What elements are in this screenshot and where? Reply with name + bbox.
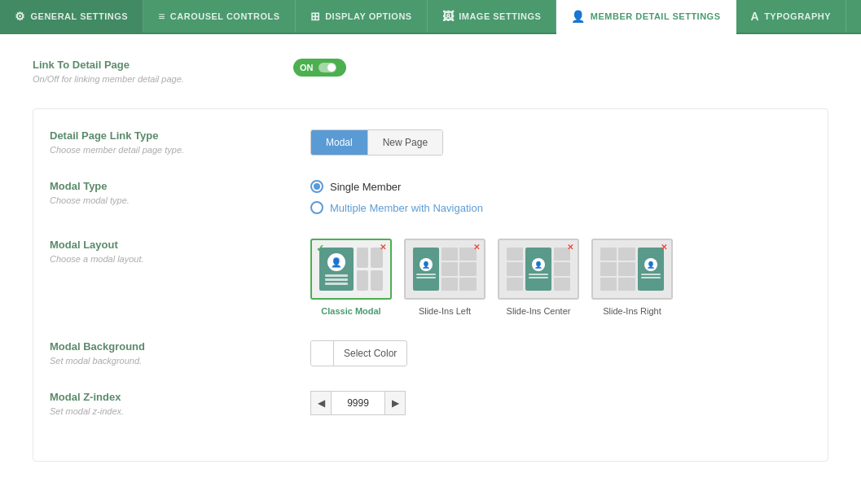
carousel-icon: ≡ bbox=[158, 10, 165, 23]
z-index-decrement-button[interactable]: ◀ bbox=[310, 391, 332, 415]
modal-type-label: Modal Type bbox=[50, 180, 310, 192]
typography-icon: A bbox=[751, 10, 760, 23]
modal-background-btn-label: Select Color bbox=[334, 344, 406, 363]
modal-layout-group: 👤 bbox=[310, 239, 673, 316]
modal-background-color-btn[interactable]: Select Color bbox=[310, 340, 407, 366]
modal-background-label: Modal Background bbox=[50, 340, 310, 353]
slide-left-panel: 👤 bbox=[413, 248, 439, 290]
modal-card-img-slide-right: 👤 ✕ bbox=[591, 239, 673, 300]
classic-grid bbox=[357, 248, 383, 290]
modal-z-index-row: Modal Z-index Set modal z-index. ◀ ▶ bbox=[50, 391, 811, 416]
classic-modal-inner: 👤 bbox=[316, 244, 386, 293]
modal-card-slide-center[interactable]: 👤 bbox=[498, 239, 579, 316]
modal-z-index-label-col: Modal Z-index Set modal z-index. bbox=[50, 391, 310, 416]
page-link-type-group: Modal New Page bbox=[310, 129, 443, 156]
slide-left-lines bbox=[416, 274, 436, 280]
slide-center-avatar: 👤 bbox=[532, 258, 545, 271]
tab-carousel[interactable]: ≡ CAROUSEL CONTROLS bbox=[143, 0, 295, 33]
modal-type-row: Modal Type Choose modal type. Single Mem… bbox=[50, 180, 811, 214]
tab-typography[interactable]: A TYPOGRAPHY bbox=[736, 0, 847, 33]
slide-left-inner: 👤 bbox=[410, 244, 480, 293]
slide-center-panel: 👤 bbox=[525, 248, 551, 290]
toggle-knob bbox=[327, 64, 336, 72]
slide-right-grid bbox=[600, 248, 635, 290]
slide-left-grid bbox=[441, 248, 477, 290]
radio-circle-multiple bbox=[310, 201, 323, 214]
modal-card-img-slide-left: 👤 bbox=[404, 239, 485, 300]
modal-z-index-label: Modal Z-index bbox=[50, 391, 310, 403]
modal-layout-label-col: Modal Layout Choose a modal layout. bbox=[50, 239, 310, 264]
modal-card-label-slide-right: Slide-Ins Right bbox=[603, 306, 661, 316]
slide-center-lines bbox=[529, 274, 548, 280]
slide-center-inner: 👤 bbox=[503, 244, 573, 293]
modal-layout-label: Modal Layout bbox=[50, 239, 310, 251]
classic-line bbox=[325, 278, 348, 281]
modal-background-control: Select Color bbox=[310, 340, 407, 366]
tab-member[interactable]: 👤 MEMBER DETAIL SETTINGS bbox=[556, 0, 736, 34]
classic-line bbox=[325, 283, 348, 285]
image-icon: 🖼 bbox=[442, 10, 455, 23]
classic-avatar: 👤 bbox=[327, 253, 345, 271]
detail-page-link-type-control: Modal New Page bbox=[310, 129, 443, 156]
modal-card-label-slide-left: Slide-Ins Left bbox=[419, 306, 471, 316]
modal-background-row: Modal Background Set modal background. S… bbox=[50, 340, 811, 366]
link-to-detail-label: Link To Detail Page bbox=[33, 59, 293, 71]
modal-card-classic[interactable]: 👤 bbox=[310, 239, 392, 316]
gear-icon: ⚙ bbox=[15, 10, 26, 23]
slide-center-close: ✕ bbox=[567, 243, 573, 252]
member-icon: 👤 bbox=[571, 10, 586, 23]
modal-background-swatch bbox=[311, 341, 334, 366]
modal-type-label-col: Modal Type Choose modal type. bbox=[50, 180, 310, 205]
link-to-detail-control: ON bbox=[293, 59, 346, 77]
modal-button[interactable]: Modal bbox=[311, 130, 368, 155]
radio-label-multiple: Multiple Member with Navigation bbox=[330, 202, 483, 214]
modal-background-desc: Set modal background. bbox=[50, 356, 310, 366]
modal-layout-row: Modal Layout Choose a modal layout. 👤 bbox=[50, 239, 811, 316]
modal-layout-control: 👤 bbox=[310, 239, 673, 316]
main-content: Link To Detail Page On/Off for linking m… bbox=[0, 34, 861, 504]
detail-page-link-type-label: Detail Page Link Type bbox=[50, 129, 310, 142]
tab-display[interactable]: ⊞ DISPLAY OPTIONS bbox=[296, 0, 428, 33]
slide-left-close: ✕ bbox=[473, 243, 480, 252]
link-to-detail-toggle[interactable]: ON bbox=[293, 59, 346, 77]
section-divider: Detail Page Link Type Choose member deta… bbox=[33, 108, 828, 462]
new-page-button[interactable]: New Page bbox=[368, 130, 442, 155]
slide-left-avatar: 👤 bbox=[420, 258, 433, 271]
link-to-detail-label-col: Link To Detail Page On/Off for linking m… bbox=[33, 59, 293, 84]
slide-right-inner: 👤 bbox=[597, 244, 667, 293]
classic-line bbox=[325, 274, 348, 277]
modal-layout-desc: Choose a modal layout. bbox=[50, 254, 310, 264]
tab-image[interactable]: 🖼 IMAGE SETTINGS bbox=[428, 0, 557, 33]
modal-type-control: Single Member Multiple Member with Navig… bbox=[310, 180, 483, 214]
z-index-input[interactable] bbox=[332, 391, 384, 415]
modal-card-slide-right[interactable]: 👤 ✕ Slide-Ins Right bbox=[591, 239, 673, 316]
classic-left-panel: 👤 bbox=[319, 248, 354, 290]
link-to-detail-desc: On/Off for linking member detail page. bbox=[33, 74, 293, 84]
radio-single-member[interactable]: Single Member bbox=[310, 180, 483, 193]
classic-lines bbox=[325, 274, 348, 285]
radio-multiple-member[interactable]: Multiple Member with Navigation bbox=[310, 201, 483, 214]
modal-z-index-control: ◀ ▶ bbox=[310, 391, 406, 415]
slide-center-grid-left bbox=[507, 248, 523, 290]
display-icon: ⊞ bbox=[310, 10, 321, 23]
slide-right-avatar: 👤 bbox=[644, 258, 657, 271]
slide-right-panel: 👤 bbox=[638, 248, 664, 290]
modal-background-label-col: Modal Background Set modal background. bbox=[50, 340, 310, 366]
modal-z-index-stepper: ◀ ▶ bbox=[310, 391, 406, 415]
modal-card-img-slide-center: 👤 bbox=[498, 239, 579, 300]
radio-circle-single bbox=[310, 180, 323, 193]
link-to-detail-row: Link To Detail Page On/Off for linking m… bbox=[33, 59, 828, 84]
modal-card-label-slide-center: Slide-Ins Center bbox=[507, 306, 571, 316]
toggle-switch bbox=[318, 63, 336, 72]
modal-card-slide-left[interactable]: 👤 bbox=[404, 239, 485, 316]
tab-general[interactable]: ⚙ GENERAL SETTINGS bbox=[0, 0, 143, 33]
slide-right-lines bbox=[641, 274, 661, 280]
slide-center-grid-right bbox=[554, 248, 570, 290]
detail-page-link-type-row: Detail Page Link Type Choose member deta… bbox=[50, 129, 811, 156]
z-index-increment-button[interactable]: ▶ bbox=[384, 391, 406, 415]
detail-page-link-type-desc: Choose member detail page type. bbox=[50, 145, 310, 155]
radio-label-single: Single Member bbox=[330, 181, 401, 193]
modal-card-img-classic: 👤 bbox=[310, 239, 392, 300]
classic-close: ✕ bbox=[380, 243, 386, 252]
modal-type-radio-group: Single Member Multiple Member with Navig… bbox=[310, 180, 483, 214]
